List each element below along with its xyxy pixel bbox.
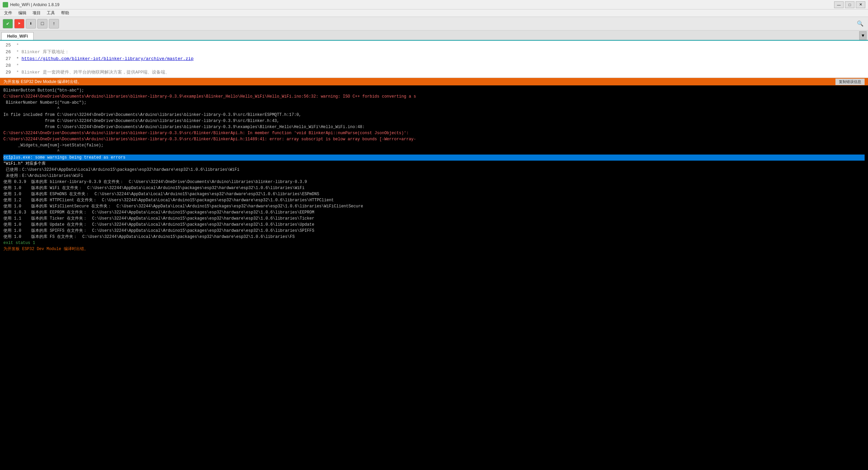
editor-link[interactable]: https://github.com/blinker-iot/blinker-l… [22,56,194,61]
debug-button[interactable]: ⬇ [26,19,36,28]
console-line-0: BlinkerButton Button1("btn-abc"); [3,87,865,94]
console-line-10: C:\Users\32244\OneDrive\Documents\Arduin… [3,136,865,142]
console-line-11: _Widgets_num[num]->setState(false); [3,142,865,148]
minimize-button[interactable]: — [834,1,844,8]
menu-item-工具[interactable]: 工具 [44,9,58,17]
console-line-3: BlinkerNumber Number1("num-abc"); [3,100,865,106]
new-button[interactable]: □ [37,19,47,28]
console-line-25: 使用 1.0 版本的库 SPIFFS 在文件夹： C:\Users\32244\… [3,228,865,234]
open-button[interactable]: ↑ [49,19,59,28]
console-line-24: 使用 1.0 版本的库 Update 在文件夹： C:\Users\32244\… [3,222,865,228]
menu-item-编辑[interactable]: 编辑 [16,9,29,17]
console-line-20: 使用 1.2 版本的库 HTTPClient 在文件夹： C:\Users\32… [3,197,865,203]
main-content: 25 26 27 28 29 * * Blinker 库下载地址： * http… [0,41,868,470]
line-numbers: 25 26 27 28 29 [3,42,16,76]
console-line-2: C:\Users\32244\OneDrive\Documents\Arduin… [3,94,865,100]
tab-hello-wifi[interactable]: Hello_WiFi [1,32,34,40]
console-line-9: C:\Users\32244\OneDrive\Documents\Arduin… [3,130,865,136]
menu-bar: 文件编辑项目工具帮助 [0,9,868,17]
console-line-21: 使用 1.0 版本的库 WiFiClientSecure 在文件夹： C:\Us… [3,203,865,209]
editor-line-27: * https://github.com/blinker-iot/blinker… [16,56,865,62]
editor-line-25: * [16,42,865,49]
verify-button[interactable]: ✔ [3,19,13,28]
console-line-4: ^ [3,106,865,112]
console-line-13: cc1plus.exe: some warnings being treated… [3,155,865,161]
upload-button[interactable]: ➤ [14,19,24,28]
line-number-28: 28 [3,62,11,69]
toolbar: ✔ ➤ ⬇ □ ↑ 🔍 [0,17,868,30]
console-line-27: exit status 1 [3,240,865,246]
search-icon[interactable]: 🔍 [855,19,865,28]
app-icon [3,2,8,7]
title-bar: Hello_WiFi | Arduino 1.8.19 — □ ✕ [0,0,868,9]
close-button[interactable]: ✕ [856,1,865,8]
menu-item-项目[interactable]: 项目 [30,9,43,17]
menu-item-文件[interactable]: 文件 [1,9,15,17]
line-number-25: 25 [3,42,11,49]
editor-content[interactable]: * * Blinker 库下载地址： * https://github.com/… [16,42,865,76]
console-line-7: from C:\Users\32244\OneDrive\Documents\A… [3,118,865,124]
console-line-14: "WiFi.h" 对应多个库 [3,161,865,167]
compile-error-message: 为开发板 ESP32 Dev Module 编译时出错。 [3,79,82,85]
line-number-29: 29 [3,69,11,76]
console-line-18: 使用 1.0 版本的库 WiFi 在文件夹： C:\Users\32244\Ap… [3,185,865,191]
line-number-27: 27 [3,56,11,62]
title-bar-left: Hello_WiFi | Arduino 1.8.19 [3,2,59,7]
editor-line-26: * Blinker 库下载地址： [16,49,865,56]
tab-bar: Hello_WiFi ▼ [0,30,868,41]
console-line-22: 使用 1.0.3 版本的库 EEPROM 在文件夹： C:\Users\3224… [3,209,865,216]
console-line-8: from C:\Users\32244\OneDrive\Documents\A… [3,124,865,130]
console-area[interactable]: BlinkerButton Button1("btn-abc");C:\User… [0,85,868,470]
window-controls: — □ ✕ [834,1,865,8]
tab-dropdown[interactable]: ▼ [859,31,867,40]
console-line-19: 使用 1.0 版本的库 ESPmDNS 在文件夹： C:\Users\32244… [3,191,865,197]
title-text: Hello_WiFi | Arduino 1.8.19 [10,2,59,7]
console-line-26: 使用 1.0 版本的库 FS 在文件夹： C:\Users\32244\AppD… [3,234,865,240]
menu-item-帮助[interactable]: 帮助 [58,9,72,17]
editor-area: 25 26 27 28 29 * * Blinker 库下载地址： * http… [0,41,868,78]
console-line-28: 为开发板 ESP32 Dev Module 编译时出错。 [3,246,865,252]
editor-line-29: * Blinker 是一套跨硬件、跨平台的物联网解决方案，提供APP端、设备端、 [16,69,865,76]
editor-line-28: * [16,62,865,69]
console-line-16: 未使用：E:\Arduino\libraries\WiFi [3,173,865,179]
console-line-6: In file included from C:\Users\32244\One… [3,112,865,118]
console-line-23: 使用 1.1 版本的库 Ticker 在文件夹： C:\Users\32244\… [3,216,865,222]
console-line-17: 使用 0.3.9 版本的库 blinker-library-0.3.9 在文件夹… [3,179,865,185]
console-line-12: ^ [3,148,865,155]
console-line-15: 已使用：C:\Users\32244\AppData\Local\Arduino… [3,167,865,173]
copy-error-button[interactable]: 复制错误信息 [835,79,865,85]
status-bar-orange: 为开发板 ESP32 Dev Module 编译时出错。 复制错误信息 [0,78,868,85]
line-number-26: 26 [3,49,11,56]
maximize-button[interactable]: □ [845,1,854,8]
